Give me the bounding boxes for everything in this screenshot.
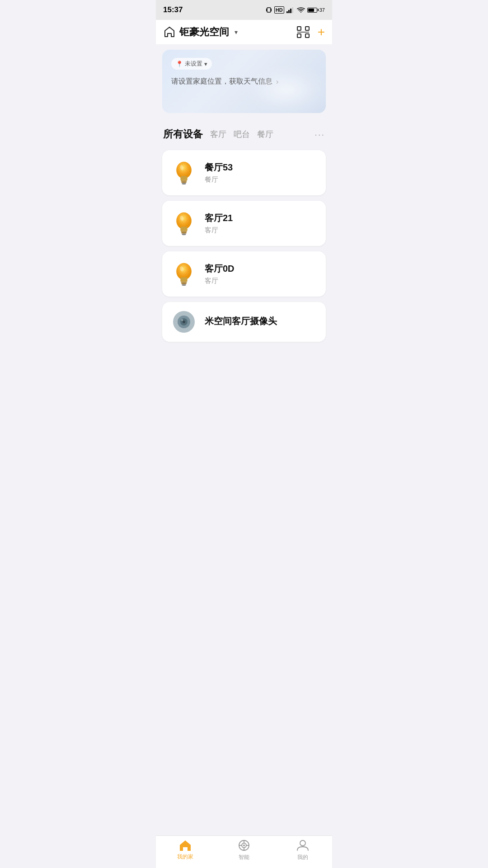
device-name-4: 米空间客厅摄像头 bbox=[205, 315, 317, 327]
location-text: 未设置 bbox=[185, 60, 202, 68]
svg-rect-10 bbox=[305, 34, 309, 38]
wifi-icon bbox=[297, 7, 305, 13]
device-room-2: 客厅 bbox=[205, 226, 317, 235]
location-chevron-icon: ▾ bbox=[204, 61, 207, 67]
device-room-3: 客厅 bbox=[205, 277, 317, 285]
svg-point-30 bbox=[183, 321, 185, 323]
svg-rect-9 bbox=[297, 34, 301, 38]
bulb-icon-2 bbox=[173, 211, 195, 236]
device-list: 餐厅53 餐厅 客厅2 bbox=[156, 146, 332, 345]
device-icon-3 bbox=[171, 261, 197, 287]
home-logo-icon bbox=[163, 26, 176, 38]
device-info-2: 客厅21 客厅 bbox=[205, 212, 317, 235]
bulb-icon-3 bbox=[173, 261, 195, 287]
svg-rect-24 bbox=[181, 283, 186, 284]
svg-rect-0 bbox=[267, 8, 271, 12]
device-card-4[interactable]: 米空间客厅摄像头 bbox=[162, 302, 326, 342]
bulb-icon-1 bbox=[173, 160, 195, 185]
tab-all-devices[interactable]: 所有设备 bbox=[163, 126, 210, 143]
svg-rect-4 bbox=[288, 10, 290, 13]
svg-rect-23 bbox=[181, 282, 187, 283]
svg-rect-5 bbox=[290, 9, 291, 13]
svg-point-15 bbox=[182, 183, 186, 184]
svg-point-25 bbox=[182, 284, 186, 286]
weather-card[interactable]: 📍 未设置 ▾ 请设置家庭位置，获取天气信息 › bbox=[162, 50, 326, 113]
location-pin-icon: 📍 bbox=[176, 61, 183, 67]
device-name-1: 餐厅53 bbox=[205, 161, 317, 174]
camera-icon-svg bbox=[172, 310, 196, 334]
device-info-1: 餐厅53 餐厅 bbox=[205, 161, 317, 184]
weather-prompt-row[interactable]: 请设置家庭位置，获取天气信息 › bbox=[171, 77, 317, 86]
location-badge[interactable]: 📍 未设置 ▾ bbox=[171, 58, 212, 70]
header-left[interactable]: 钜豪光空间 ▾ bbox=[163, 25, 238, 39]
weather-prompt-text: 请设置家庭位置，获取天气信息 bbox=[171, 77, 272, 86]
weather-arrow-icon: › bbox=[276, 78, 278, 86]
device-name-3: 客厅0D bbox=[205, 263, 317, 275]
scan-button[interactable] bbox=[297, 26, 310, 38]
battery-icon bbox=[307, 8, 317, 13]
svg-point-12 bbox=[176, 162, 192, 179]
device-icon-2 bbox=[171, 211, 197, 236]
device-card-2[interactable]: 客厅21 客厅 bbox=[162, 201, 326, 246]
device-name-2: 客厅21 bbox=[205, 212, 317, 224]
svg-rect-2 bbox=[271, 9, 272, 11]
svg-rect-8 bbox=[305, 27, 309, 30]
vibrate-icon bbox=[266, 6, 272, 14]
room-tabs-section: 所有设备 客厅 吧台 餐厅 ··· bbox=[156, 118, 332, 146]
device-icon-1 bbox=[171, 160, 197, 185]
status-bar: 15:37 HD 37 bbox=[156, 0, 332, 20]
device-room-1: 餐厅 bbox=[205, 175, 317, 184]
add-device-button[interactable]: + bbox=[318, 26, 325, 38]
svg-rect-13 bbox=[181, 180, 187, 182]
status-time: 15:37 bbox=[163, 5, 183, 14]
svg-rect-14 bbox=[181, 182, 186, 183]
home-dropdown-icon[interactable]: ▾ bbox=[235, 28, 238, 36]
tabs-more-button[interactable]: ··· bbox=[314, 129, 325, 140]
tabs-row: 所有设备 客厅 吧台 餐厅 ··· bbox=[163, 126, 325, 143]
svg-point-31 bbox=[181, 319, 183, 321]
tab-bar[interactable]: 吧台 bbox=[234, 127, 257, 142]
svg-rect-1 bbox=[266, 9, 267, 11]
signal-icon bbox=[286, 7, 295, 13]
svg-rect-3 bbox=[286, 11, 288, 13]
svg-rect-6 bbox=[292, 7, 293, 13]
device-info-3: 客厅0D 客厅 bbox=[205, 263, 317, 285]
svg-rect-7 bbox=[297, 27, 301, 30]
status-icons: HD 37 bbox=[266, 6, 325, 14]
device-icon-4 bbox=[171, 309, 197, 335]
device-card-1[interactable]: 餐厅53 餐厅 bbox=[162, 150, 326, 195]
tab-dining-room[interactable]: 餐厅 bbox=[257, 127, 281, 142]
battery-percent: 37 bbox=[319, 7, 325, 13]
header-right: + bbox=[297, 26, 325, 38]
tab-living-room[interactable]: 客厅 bbox=[210, 127, 234, 142]
home-name: 钜豪光空间 bbox=[179, 25, 229, 39]
device-info-4: 米空间客厅摄像头 bbox=[205, 315, 317, 329]
svg-rect-18 bbox=[181, 231, 187, 232]
hd-badge: HD bbox=[274, 6, 284, 14]
svg-point-17 bbox=[176, 212, 192, 229]
svg-point-20 bbox=[182, 233, 186, 235]
svg-rect-19 bbox=[181, 232, 186, 234]
app-header: 钜豪光空间 ▾ + bbox=[156, 20, 332, 44]
device-card-3[interactable]: 客厅0D 客厅 bbox=[162, 251, 326, 297]
scan-icon-svg bbox=[297, 26, 310, 38]
